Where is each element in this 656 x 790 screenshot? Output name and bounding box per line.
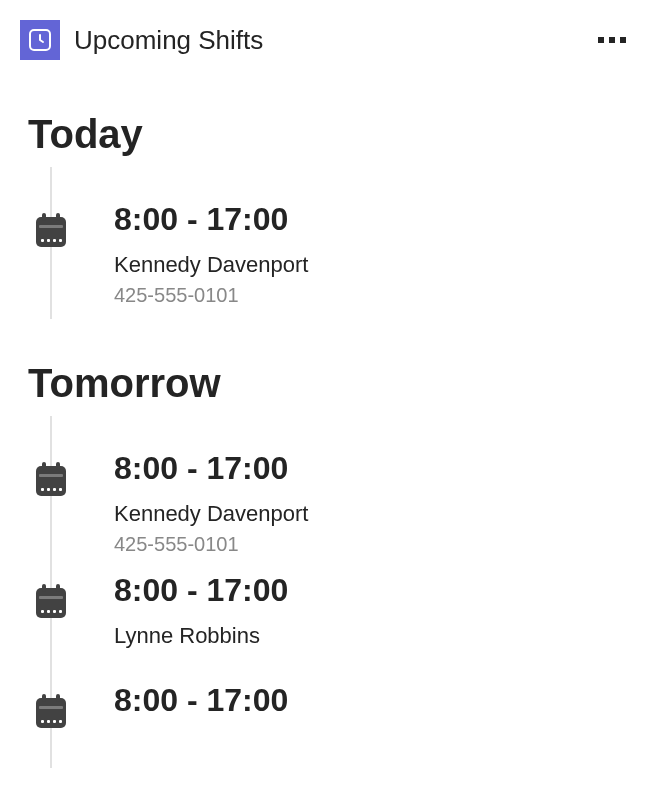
shift-phone: 425-555-0101 bbox=[114, 284, 308, 307]
card-header: Upcoming Shifts bbox=[0, 0, 656, 70]
shift-item[interactable]: 8:00 - 17:00 Kennedy Davenport 425-555-0… bbox=[28, 416, 628, 558]
more-options-button[interactable] bbox=[598, 37, 636, 43]
calendar-icon bbox=[36, 698, 66, 728]
section-today: Today 8:00 - 17:00 Kennedy Davenport 425… bbox=[0, 112, 656, 319]
timeline-rail bbox=[28, 167, 74, 319]
card-title: Upcoming Shifts bbox=[74, 25, 263, 56]
calendar-icon bbox=[36, 217, 66, 247]
clock-icon bbox=[20, 20, 60, 60]
section-title: Tomorrow bbox=[28, 361, 628, 406]
shift-name: Kennedy Davenport bbox=[114, 252, 308, 278]
shift-item[interactable]: 8:00 - 17:00 Kennedy Davenport 425-555-0… bbox=[28, 167, 628, 319]
shift-time: 8:00 - 17:00 bbox=[114, 201, 308, 238]
shift-time: 8:00 - 17:00 bbox=[114, 450, 308, 487]
calendar-icon bbox=[36, 466, 66, 496]
shift-phone: 425-555-0101 bbox=[114, 533, 308, 556]
section-title: Today bbox=[28, 112, 628, 157]
shift-time: 8:00 - 17:00 bbox=[114, 682, 288, 719]
timeline-rail bbox=[28, 668, 74, 768]
shift-item[interactable]: 8:00 - 17:00 bbox=[28, 668, 628, 768]
timeline-rail bbox=[28, 558, 74, 668]
timeline-rail bbox=[28, 416, 74, 558]
shift-time: 8:00 - 17:00 bbox=[114, 572, 288, 609]
calendar-icon bbox=[36, 588, 66, 618]
shift-name: Kennedy Davenport bbox=[114, 501, 308, 527]
shift-name: Lynne Robbins bbox=[114, 623, 288, 649]
section-tomorrow: Tomorrow 8:00 - 17:00 Kennedy Davenport … bbox=[0, 361, 656, 768]
shift-item[interactable]: 8:00 - 17:00 Lynne Robbins bbox=[28, 558, 628, 668]
